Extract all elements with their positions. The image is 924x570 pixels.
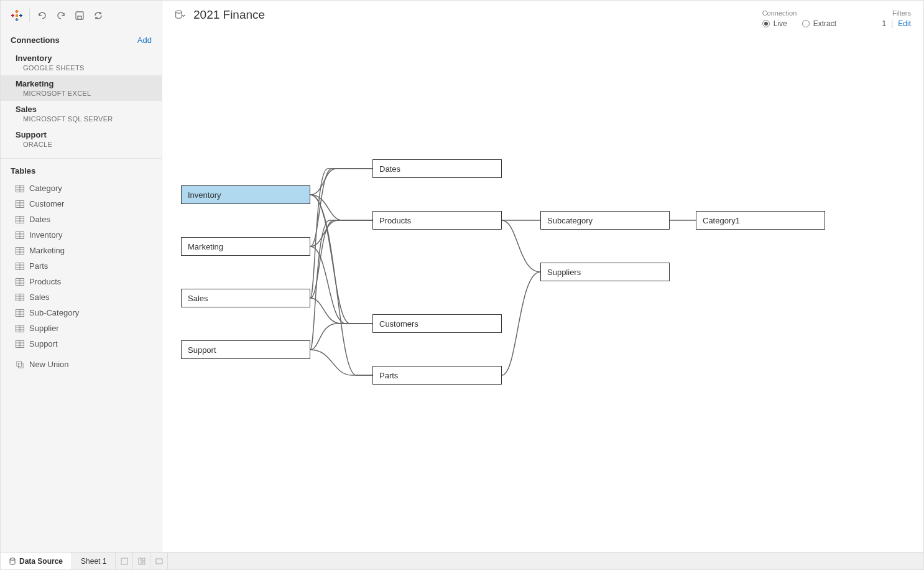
connection-support[interactable]: Support ORACLE xyxy=(1,126,162,152)
connection-name: Inventory xyxy=(16,54,152,63)
tab-data-source[interactable]: Data Source xyxy=(1,553,72,569)
svg-rect-5 xyxy=(12,14,14,17)
filters-count: 1 xyxy=(882,19,887,28)
datasource-title[interactable]: 2021 Finance xyxy=(193,8,265,22)
node-dates[interactable]: Dates xyxy=(372,159,502,178)
node-label: Suppliers xyxy=(547,268,581,277)
add-connection-link[interactable]: Add xyxy=(137,35,152,45)
svg-rect-1 xyxy=(16,11,19,12)
table-icon xyxy=(16,309,24,317)
connection-panel: Connection Live Extract xyxy=(762,9,836,28)
table-support[interactable]: Support xyxy=(1,336,162,352)
node-customers[interactable]: Customers xyxy=(372,314,502,333)
table-icon xyxy=(16,294,24,301)
new-story-icon xyxy=(155,558,163,565)
node-suppliers[interactable]: Suppliers xyxy=(540,263,670,281)
new-dashboard-button[interactable] xyxy=(133,553,150,569)
node-support[interactable]: Support xyxy=(181,340,310,359)
tableau-logo-icon[interactable] xyxy=(8,7,25,24)
redo-icon[interactable] xyxy=(52,7,70,24)
node-sales[interactable]: Sales xyxy=(181,289,310,307)
filters-edit-link[interactable]: Edit xyxy=(898,19,911,28)
node-label: Support xyxy=(188,345,216,355)
table-dates[interactable]: Dates xyxy=(1,212,162,227)
node-label: Marketing xyxy=(188,242,223,251)
toolbar xyxy=(1,1,162,30)
table-icon xyxy=(16,247,24,255)
app-window: Connections Add Inventory GOOGLE SHEETS … xyxy=(0,0,924,570)
table-name: Inventory xyxy=(29,230,62,240)
table-subcategory[interactable]: Sub-Category xyxy=(1,305,162,320)
svg-rect-63 xyxy=(156,559,162,564)
node-category1[interactable]: Category1 xyxy=(696,211,825,230)
tab-sheet1[interactable]: Sheet 1 xyxy=(72,553,116,569)
table-products[interactable]: Products xyxy=(1,274,162,289)
connection-type: MICROSOFT SQL SERVER xyxy=(16,115,152,123)
tables-section: Tables Category Customer Dates Inventory… xyxy=(1,158,162,552)
tab-data-source-label: Data Source xyxy=(19,557,63,566)
table-name: Dates xyxy=(29,215,50,224)
table-icon xyxy=(16,340,24,348)
save-icon[interactable] xyxy=(71,7,88,24)
datasource-icon[interactable] xyxy=(175,9,186,21)
table-name: Sales xyxy=(29,292,50,302)
table-icon xyxy=(16,325,24,332)
filters-label: Filters xyxy=(882,9,912,17)
connections-label: Connections xyxy=(11,35,60,45)
table-marketing[interactable]: Marketing xyxy=(1,243,162,258)
svg-rect-8 xyxy=(16,14,18,17)
connection-label: Connection xyxy=(762,9,836,17)
table-icon xyxy=(16,200,24,208)
relationship-diagram[interactable]: Inventory Marketing Sales Support Dates … xyxy=(175,150,911,552)
svg-rect-59 xyxy=(121,558,127,564)
node-label: Inventory xyxy=(188,190,221,200)
undo-icon[interactable] xyxy=(34,7,51,24)
node-label: Products xyxy=(379,216,411,225)
new-union[interactable]: New Union xyxy=(1,357,162,372)
new-union-label: New Union xyxy=(29,360,69,369)
connection-name: Sales xyxy=(16,105,152,114)
connection-type: ORACLE xyxy=(16,141,152,148)
table-name: Support xyxy=(29,339,58,348)
refresh-icon[interactable] xyxy=(90,7,107,24)
filters-separator: | xyxy=(891,19,893,28)
svg-rect-7 xyxy=(21,14,22,17)
new-worksheet-button[interactable] xyxy=(116,553,133,569)
radio-live[interactable]: Live xyxy=(762,19,787,28)
table-icon xyxy=(16,278,24,286)
table-sales[interactable]: Sales xyxy=(1,289,162,305)
table-parts[interactable]: Parts xyxy=(1,258,162,274)
svg-rect-55 xyxy=(17,361,22,366)
table-customer[interactable]: Customer xyxy=(1,196,162,212)
node-label: Customers xyxy=(379,319,418,329)
svg-rect-60 xyxy=(139,558,141,564)
node-inventory[interactable]: Inventory xyxy=(181,185,310,204)
toolbar-separator xyxy=(29,9,30,22)
table-icon xyxy=(16,231,24,239)
node-marketing[interactable]: Marketing xyxy=(181,237,310,256)
radio-icon xyxy=(802,20,810,27)
connection-radio-group: Live Extract xyxy=(762,19,836,28)
table-category[interactable]: Category xyxy=(1,180,162,196)
svg-rect-61 xyxy=(142,558,145,561)
radio-extract[interactable]: Extract xyxy=(802,19,836,28)
connection-sales[interactable]: Sales MICROSOFT SQL SERVER xyxy=(1,101,162,126)
node-label: Sales xyxy=(188,294,208,303)
table-icon xyxy=(16,185,24,192)
node-products[interactable]: Products xyxy=(372,211,502,230)
svg-rect-62 xyxy=(142,562,145,564)
tables-list: Category Customer Dates Inventory Market… xyxy=(1,180,162,372)
table-inventory[interactable]: Inventory xyxy=(1,227,162,243)
table-supplier[interactable]: Supplier xyxy=(1,320,162,336)
node-label: Category1 xyxy=(703,216,740,225)
connection-inventory[interactable]: Inventory GOOGLE SHEETS xyxy=(1,50,162,75)
node-subcategory[interactable]: Subcategory xyxy=(540,211,670,230)
new-story-button[interactable] xyxy=(150,553,168,569)
connection-marketing[interactable]: Marketing MICROSOFT EXCEL xyxy=(1,75,162,101)
new-dashboard-icon xyxy=(138,558,146,565)
node-parts[interactable]: Parts xyxy=(372,366,502,385)
svg-rect-56 xyxy=(18,363,23,368)
svg-point-58 xyxy=(10,558,15,560)
radio-icon xyxy=(762,20,770,27)
table-name: Customer xyxy=(29,199,64,208)
